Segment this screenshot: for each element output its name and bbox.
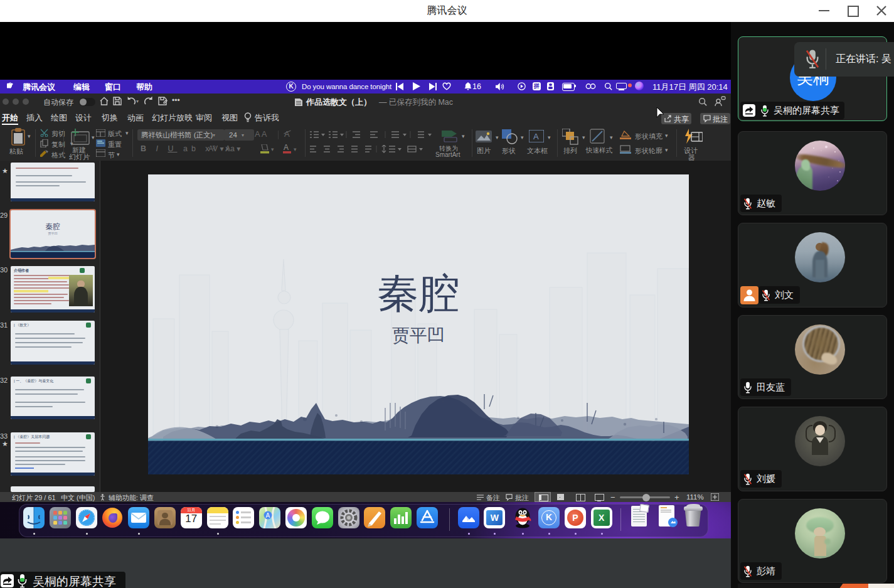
svg-text:A: A: [284, 143, 289, 152]
svg-text:A: A: [266, 512, 270, 519]
svg-text:A: A: [533, 132, 539, 141]
